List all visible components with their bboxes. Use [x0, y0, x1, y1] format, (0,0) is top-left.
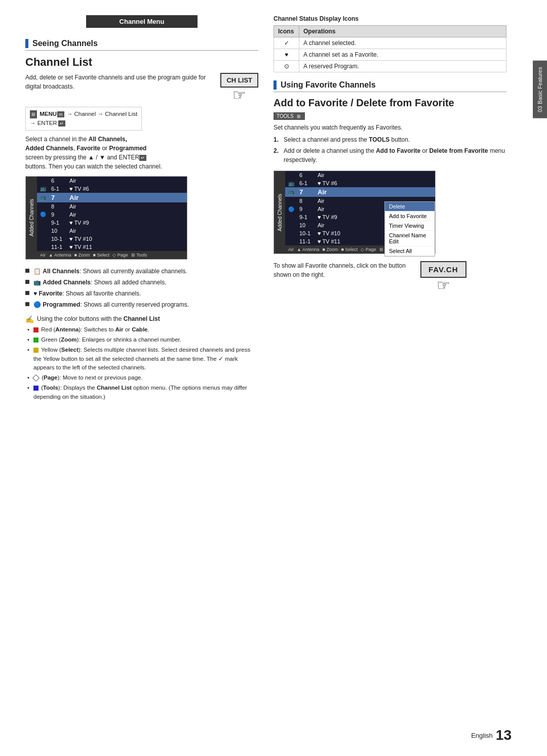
- hand-icon-chlist: ☞: [220, 88, 258, 103]
- table-row: 6 Air: [37, 177, 187, 185]
- fav-cl-rows: 6 Air 📺 6-1 ♥ TV #6 📺: [285, 171, 435, 254]
- table-row: 9-1 ♥ TV #9: [37, 219, 187, 227]
- context-menu: Delete Add to Favorite Timer Viewing Cha…: [384, 201, 435, 257]
- cl-sidebar-label-fav: Added Channels: [277, 194, 283, 231]
- table-row-selected: 📺 7 Air Delete Add to Favorite Timer Vie…: [285, 187, 435, 197]
- note-item-green: Green (Zoom): Enlarges or shrinks a chan…: [27, 335, 258, 344]
- fav-title: Add to Favorite / Delete from Favorite: [274, 97, 506, 109]
- note-item-tools: (Tools): Displays the Channel List optio…: [27, 384, 258, 401]
- list-item-all-channels: 📋 All Channels: Shows all currently avai…: [25, 267, 258, 276]
- channel-status-title: Channel Status Display Icons: [274, 15, 506, 22]
- channel-type-list: 📋 All Channels: Shows all currently avai…: [25, 267, 258, 309]
- right-column: Channel Status Display Icons Icons Opera…: [274, 15, 506, 403]
- table-row: 📺 6-1 ♥ TV #6: [37, 185, 187, 193]
- page-footer: English 13: [471, 727, 512, 743]
- list-item-added-channels: 📺 Added Channels: Shows all added channe…: [25, 278, 258, 287]
- menu-icon: ⊞: [30, 110, 37, 118]
- cl-sidebar-fav: Added Channels: [274, 171, 285, 254]
- section-seeing-channels: Seeing Channels: [25, 39, 258, 51]
- cl-sidebar-label: Added Channels: [29, 199, 34, 236]
- fav-step-1: 1. Select a channel and press the TOOLS …: [274, 135, 506, 144]
- page-container: 03 Basic Features Channel Menu Seeing Ch…: [0, 0, 547, 756]
- fav-channel-list-mockup: Added Channels 6 Air 📺: [274, 171, 436, 254]
- side-tab: 03 Basic Features: [533, 61, 547, 118]
- table-row: ♥ A channel set as a Favorite.: [274, 49, 506, 61]
- select-text: Select a channel in the All Channels,Add…: [25, 135, 258, 171]
- note-item-yellow: Yellow (Select): Selects multiple channe…: [27, 346, 258, 372]
- note-item-red: Red (Antenna): Switches to Air or Cable.: [27, 325, 258, 334]
- table-row-selected: 📺 7 Air: [37, 193, 187, 202]
- note-list: Red (Antenna): Switches to Air or Cable.…: [27, 325, 258, 401]
- footer-page-number: 13: [496, 727, 512, 743]
- favch-section: To show all Favorite channels, click on …: [274, 261, 506, 293]
- side-tab-number: 03: [537, 106, 543, 112]
- note-header-text: Using the color buttons with the Channel…: [37, 315, 160, 322]
- context-menu-delete[interactable]: Delete: [385, 202, 435, 212]
- table-row: 🔵 9 Air: [37, 211, 187, 219]
- channel-list-mockup: Added Channels 6 Air 📺: [25, 176, 187, 260]
- operations-col-header: Operations: [299, 26, 506, 37]
- section-using-favorite: Using Favorite Channels: [274, 80, 506, 92]
- table-row: 11-1 ♥ TV #11: [37, 243, 187, 251]
- red-btn-icon: [33, 327, 38, 332]
- main-content: Channel Menu Seeing Channels Channel Lis…: [0, 0, 547, 756]
- tools-btn-icon: [33, 386, 38, 391]
- yellow-btn-icon: [33, 348, 38, 353]
- table-row: 10-1 ♥ TV #10: [37, 235, 187, 243]
- tools-badge: TOOLS ⊞: [274, 112, 305, 120]
- section-blue-bar-fav: [274, 80, 277, 90]
- fav-steps: 1. Select a channel and press the TOOLS …: [274, 135, 506, 164]
- icons-table: Icons Operations ✓ A channel selected. ♥: [274, 25, 506, 72]
- channel-menu-header: Channel Menu: [86, 15, 198, 28]
- footer-lang: English: [471, 732, 493, 739]
- context-menu-timer[interactable]: Timer Viewing: [385, 221, 435, 231]
- icons-col-header: Icons: [274, 26, 299, 37]
- side-tab-label: Basic Features: [537, 67, 543, 104]
- cl-sidebar: Added Channels: [26, 177, 37, 259]
- fav-step-2: 2. Add or delete a channel using the Add…: [274, 146, 506, 164]
- cl-footer: Air ▲ Antenna ■ Zoom ■ Select ◇ Page ⊞ T…: [37, 251, 187, 259]
- channel-list-description: Add, delete or set Favorite channels and…: [25, 73, 214, 91]
- context-menu-select-all[interactable]: Select All: [385, 246, 435, 256]
- section-title-seeing: Seeing Channels: [32, 39, 98, 48]
- favch-button[interactable]: FAV.CH: [420, 261, 466, 278]
- table-row: 📺 6-1 ♥ TV #6: [285, 179, 435, 187]
- hand-icon-favch: ☞: [437, 278, 450, 293]
- list-item-programmed: 🔵 Programmed: Shows all currently reserv…: [25, 300, 258, 309]
- menu-path: ⊞ MENUm → Channel → Channel List → ENTER…: [25, 107, 142, 131]
- section-blue-bar: [25, 39, 28, 48]
- tools-badge-label: TOOLS: [277, 113, 294, 119]
- cl-rows: 6 Air 📺 6-1 ♥ TV #6 📺: [37, 177, 187, 259]
- table-row: 8 Air: [37, 202, 187, 211]
- table-row: 6 Air: [285, 171, 435, 179]
- context-menu-add-fav[interactable]: Add to Favorite: [385, 212, 435, 221]
- table-row: ⊙ A reserved Program.: [274, 61, 506, 72]
- fav-description: Set channels you watch frequently as Fav…: [274, 124, 506, 131]
- left-column: Channel Menu Seeing Channels Channel Lis…: [25, 15, 258, 403]
- favch-description: To show all Favorite channels, click on …: [274, 261, 415, 279]
- page-title: Channel List: [25, 56, 258, 69]
- note-item-page: (Page): Move to next or previous page.: [27, 373, 258, 382]
- channel-status-section: Channel Status Display Icons Icons Opera…: [274, 15, 506, 72]
- table-row: 10 Air: [37, 227, 187, 235]
- chlist-button[interactable]: CH LIST: [220, 73, 258, 88]
- green-btn-icon: [33, 338, 38, 343]
- context-menu-rename[interactable]: Channel Name Edit: [385, 231, 435, 246]
- list-item-favorite: ♥ Favorite: Shows all favorite channels.: [25, 289, 258, 298]
- two-column-layout: Channel Menu Seeing Channels Channel Lis…: [25, 15, 506, 403]
- favch-row: To show all Favorite channels, click on …: [274, 261, 506, 293]
- note-section: ✍ Using the color buttons with the Chann…: [25, 315, 258, 401]
- table-row: ✓ A channel selected.: [274, 37, 506, 49]
- section-title-favorite: Using Favorite Channels: [281, 80, 376, 90]
